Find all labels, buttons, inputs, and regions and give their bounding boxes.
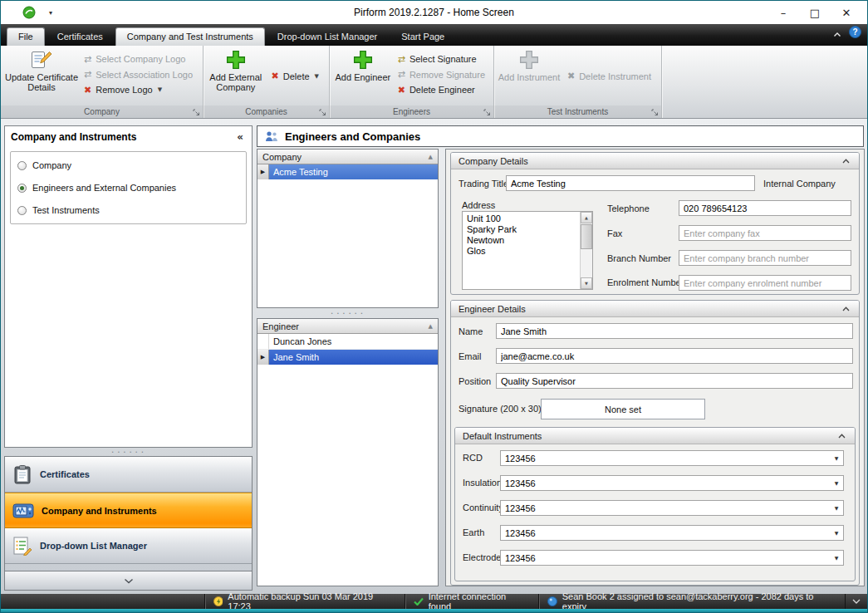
add-plus-icon: [226, 50, 246, 70]
ribbon-group-test-instruments: Add Instrument ✖ Delete Instrument Test …: [494, 46, 662, 118]
remove-logo-button[interactable]: ✖ Remove Logo ▼: [81, 82, 196, 97]
radio-engineers-and-external-companies[interactable]: Engineers and External Companies: [17, 180, 239, 195]
collapse-group-icon[interactable]: [836, 432, 847, 440]
details-panel: Company Details Trading Title Internal C…: [445, 149, 865, 586]
sidebar-item-dropdown-list-manager[interactable]: Drop-down List Manager: [5, 528, 252, 564]
tab-dropdown-list-manager[interactable]: Drop-down List Manager: [266, 27, 389, 46]
page-title: Engineers and Companies: [285, 130, 420, 143]
sidebar-item-certificates[interactable]: Certificates: [5, 457, 252, 493]
sidebar-item-company-and-instruments[interactable]: Company and Instruments: [5, 493, 252, 528]
dialog-launcher-icon[interactable]: [193, 109, 200, 116]
continuity-combo[interactable]: 123456 ▼: [500, 500, 844, 516]
close-button[interactable]: ✕: [831, 2, 862, 23]
app-window: ▾ Pirform 2019.2.1287 - Home Screen – □ …: [0, 0, 868, 613]
fax-input[interactable]: [679, 225, 851, 241]
dialog-launcher-icon[interactable]: [651, 109, 659, 116]
earth-combo[interactable]: 123456 ▼: [500, 525, 844, 541]
rcd-combo[interactable]: 123456 ▼: [500, 450, 844, 466]
current-row-icon: ▶: [261, 354, 265, 360]
trading-title-input[interactable]: [506, 175, 755, 191]
tab-certificates[interactable]: Certificates: [46, 27, 115, 46]
collapse-group-icon[interactable]: [841, 305, 851, 313]
tab-start-page[interactable]: Start Page: [390, 27, 456, 46]
app-icon[interactable]: [22, 6, 36, 19]
telephone-input[interactable]: [679, 200, 851, 216]
select-association-logo-button[interactable]: ⇄ Select Association Logo: [81, 67, 196, 82]
window-title: Pirform 2019.2.1287 - Home Screen: [1, 7, 867, 18]
minimize-button[interactable]: –: [767, 2, 799, 23]
company-column-header[interactable]: Company ▲: [257, 150, 438, 164]
help-icon[interactable]: ?: [849, 26, 861, 42]
chevron-down-icon: ▼: [830, 455, 843, 461]
dialog-launcher-icon[interactable]: [483, 109, 491, 116]
check-icon: [414, 597, 424, 606]
collapse-sidebar-icon[interactable]: «: [234, 131, 246, 143]
sidebar-overflow-bar[interactable]: [4, 571, 253, 591]
collapse-ribbon-icon[interactable]: [833, 26, 841, 41]
remove-signature-button[interactable]: ⇄ Remove Signature: [395, 67, 488, 82]
engineer-details-group: Engineer Details Name Email Position Sig…: [450, 300, 860, 586]
tab-company-and-test-instruments[interactable]: Company and Test Instruments: [115, 27, 265, 46]
company-row[interactable]: ▶ Acme Testing: [257, 164, 438, 180]
delete-icon: ✖: [398, 86, 405, 95]
tab-file[interactable]: File: [7, 27, 45, 46]
update-certificate-details-button[interactable]: Update Certificate Details: [4, 48, 79, 104]
chevron-down-icon: [124, 578, 134, 584]
add-engineer-button[interactable]: Add Engineer: [333, 48, 393, 104]
insulation-combo[interactable]: 123456 ▼: [500, 475, 844, 491]
engineer-row[interactable]: Duncan Jones: [257, 334, 438, 350]
dialog-launcher-icon[interactable]: [319, 109, 326, 116]
engineer-column-header[interactable]: Engineer ▲: [257, 319, 438, 334]
electrode-combo[interactable]: 123456 ▼: [500, 550, 844, 566]
chevron-down-icon: ▼: [158, 86, 162, 93]
scroll-thumb[interactable]: [581, 224, 592, 249]
ribbon-group-companies: Add External Company ✖ Delete ▼ Companie…: [204, 46, 330, 118]
engineer-list: Engineer ▲ Duncan Jones ▶ Jane Smith: [257, 318, 439, 586]
collapse-group-icon[interactable]: [841, 157, 851, 165]
maximize-button[interactable]: □: [799, 2, 831, 23]
delete-instrument-button[interactable]: ✖ Delete Instrument: [564, 69, 655, 84]
delete-engineer-button[interactable]: ✖ Delete Engineer: [395, 82, 488, 97]
select-logo-icon: ⇄: [84, 70, 91, 79]
add-external-company-button[interactable]: Add External Company: [207, 48, 265, 104]
scrollbar[interactable]: ▲ ▼: [580, 212, 592, 289]
address-listbox[interactable]: Unit 100 Sparky Park Newtown Glos ▲ ▼: [462, 211, 593, 290]
lists-panel: Company ▲ ▶ Acme Testing Engineer ▲ Dunc…: [257, 149, 439, 586]
chevron-down-icon: ▼: [830, 480, 843, 486]
ribbon: Update Certificate Details ⇄ Select Comp…: [1, 46, 867, 119]
engineer-email-input[interactable]: [496, 348, 853, 364]
select-signature-button[interactable]: ⇄ Select Signature: [395, 51, 488, 66]
enrolment-number-input[interactable]: [679, 275, 851, 291]
ribbon-tab-bar: File Certificates Company and Test Instr…: [1, 24, 867, 46]
row-header-cell: [257, 334, 269, 349]
content-header: Engineers and Companies: [257, 125, 864, 147]
add-instrument-button[interactable]: Add Instrument: [498, 48, 561, 104]
statusbar-overflow-icon[interactable]: [846, 594, 867, 609]
engineer-position-input[interactable]: [496, 373, 853, 389]
radio-company[interactable]: Company: [17, 158, 239, 173]
lists-splitter[interactable]: [257, 309, 439, 317]
scroll-up-icon[interactable]: ▲: [581, 212, 592, 223]
scroll-down-icon[interactable]: ▼: [581, 277, 592, 289]
chevron-down-icon: ▼: [830, 530, 843, 536]
engineer-row[interactable]: ▶ Jane Smith: [257, 350, 438, 365]
signature-button[interactable]: None set: [541, 399, 705, 419]
add-plus-icon: [353, 50, 373, 70]
select-company-logo-button[interactable]: ⇄ Select Company Logo: [81, 51, 196, 66]
title-bar: ▾ Pirform 2019.2.1287 - Home Screen – □ …: [1, 1, 867, 24]
radio-test-instruments[interactable]: Test Instruments: [17, 203, 239, 218]
status-bar: Automatic backup Sun 03 Mar 2019 17:23 I…: [1, 594, 867, 609]
remove-signature-icon: ⇄: [398, 70, 405, 79]
delete-company-button[interactable]: ✖ Delete ▼: [268, 69, 322, 84]
engineer-name-input[interactable]: [496, 323, 853, 339]
sidebar-splitter[interactable]: [4, 448, 253, 456]
instrument-wave-icon: [12, 501, 34, 521]
quick-access-customize-icon[interactable]: ▾: [49, 9, 52, 17]
add-plus-icon: [519, 50, 539, 70]
radio-circle-icon: [17, 206, 27, 215]
ribbon-group-engineers: Add Engineer ⇄ Select Signature ⇄ Remove…: [330, 46, 494, 118]
svg-text:?: ?: [852, 27, 857, 37]
main-area: Company and Instruments « Company Engine…: [1, 119, 867, 594]
radio-circle-icon: [17, 184, 27, 193]
branch-number-input[interactable]: [679, 250, 851, 266]
